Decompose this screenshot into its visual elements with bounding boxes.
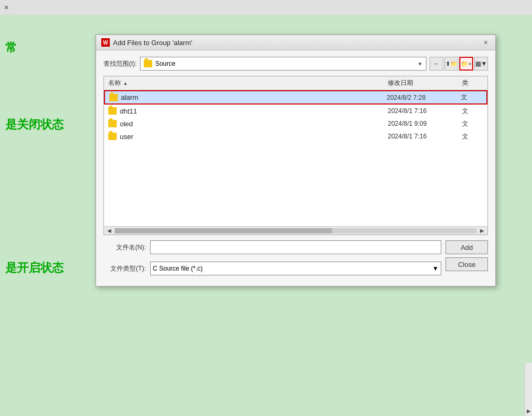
dialog-app-icon: W xyxy=(101,38,110,47)
file-date-dht11: 2024/8/1 7:16 xyxy=(388,107,462,115)
dialog-close-button[interactable]: × xyxy=(482,38,490,47)
folder-icon-user xyxy=(108,133,117,140)
hscroll-thumb[interactable] xyxy=(115,228,332,233)
bg-text-chang: 常 xyxy=(5,40,17,56)
up-button[interactable]: ⬆📁 xyxy=(444,57,458,71)
file-list-container: 名称 ▲ 修改日期 类 alarm 2024/8/2 7:28 文 dht11 xyxy=(103,76,488,235)
file-name-dht11: dht11 xyxy=(120,107,388,115)
dialog-titlebar: W Add Files to Group 'alarm' × xyxy=(96,35,495,50)
close-dialog-button[interactable]: Close xyxy=(446,257,488,271)
file-name-user: user xyxy=(120,133,388,141)
dialog-title: Add Files to Group 'alarm' xyxy=(113,39,192,47)
folder-icon-alarm xyxy=(109,94,118,101)
bg-text-closed: 是关闭状态 xyxy=(5,117,64,133)
add-files-dialog: W Add Files to Group 'alarm' × 查找范围(I): … xyxy=(95,34,496,287)
location-label: 查找范围(I): xyxy=(103,59,137,68)
filename-input[interactable] xyxy=(150,240,441,254)
location-value: Source xyxy=(155,60,414,67)
file-name-alarm: alarm xyxy=(121,93,387,101)
file-date-user: 2024/8/1 7:16 xyxy=(388,133,462,140)
file-list-header: 名称 ▲ 修改日期 类 xyxy=(104,76,487,90)
view-button[interactable]: ▦▼ xyxy=(474,57,488,71)
filename-label: 文件名(N): xyxy=(103,243,146,252)
vscroll-indicator: ▶ xyxy=(527,408,531,414)
filetype-row: 文件类型(T): C Source file (*.c) ▼ xyxy=(103,262,441,275)
filetype-dropdown-arrow: ▼ xyxy=(432,265,439,272)
filename-row: 文件名(N): xyxy=(103,240,441,254)
view-icon: ▦▼ xyxy=(475,60,487,67)
hscroll-right-arrow[interactable]: ▶ xyxy=(478,228,486,233)
file-type-alarm: 文 xyxy=(461,93,482,102)
filetype-select[interactable]: C Source file (*.c) ▼ xyxy=(150,262,441,275)
filetype-label: 文件类型(T): xyxy=(103,264,146,273)
file-type-dht11: 文 xyxy=(462,107,483,116)
col-name-header: 名称 ▲ xyxy=(108,79,388,88)
new-folder-button[interactable]: 📁+ xyxy=(459,57,473,71)
add-button[interactable]: Add xyxy=(446,240,488,254)
horizontal-scrollbar[interactable]: ◀ ▶ xyxy=(104,226,487,235)
file-type-oled: 文 xyxy=(462,119,483,128)
action-buttons: Add Close xyxy=(446,240,488,271)
back-icon: ← xyxy=(433,60,440,67)
location-row: 查找范围(I): Source ▼ ← ⬆📁 📁+ ▦▼ xyxy=(103,57,488,71)
folder-icon-oled xyxy=(108,120,117,127)
bg-close-button[interactable]: × xyxy=(4,3,8,12)
file-date-alarm: 2024/8/2 7:28 xyxy=(387,94,461,101)
file-list-body[interactable]: alarm 2024/8/2 7:28 文 dht11 2024/8/1 7:1… xyxy=(104,90,487,226)
file-row-user[interactable]: user 2024/8/1 7:16 文 xyxy=(104,130,487,143)
folder-icon-dht11 xyxy=(108,107,117,115)
col-date-header: 修改日期 xyxy=(388,79,462,88)
location-folder-icon xyxy=(144,60,152,67)
location-dropdown-arrow: ▼ xyxy=(417,61,423,67)
up-folder-icon: ⬆📁 xyxy=(446,60,458,67)
bottom-fields: 文件名(N): 文件类型(T): C Source file (*.c) ▼ xyxy=(103,240,441,280)
bottom-form-row: 文件名(N): 文件类型(T): C Source file (*.c) ▼ A… xyxy=(103,240,488,280)
dialog-title-area: W Add Files to Group 'alarm' xyxy=(101,38,192,47)
toolbar-buttons: ← ⬆📁 📁+ ▦▼ xyxy=(430,57,488,71)
file-row-dht11[interactable]: dht11 2024/8/1 7:16 文 xyxy=(104,105,487,117)
hscroll-track[interactable] xyxy=(115,228,477,233)
new-folder-icon: 📁+ xyxy=(461,60,472,67)
background-titlebar: × xyxy=(0,0,532,15)
right-scrollbar[interactable]: ▶ xyxy=(525,363,532,416)
col-type-header: 类 xyxy=(462,79,483,88)
dialog-body: 查找范围(I): Source ▼ ← ⬆📁 📁+ ▦▼ xyxy=(96,50,495,286)
back-button[interactable]: ← xyxy=(430,57,443,71)
file-row-oled[interactable]: oled 2024/8/1 9:09 文 xyxy=(104,117,487,130)
location-dropdown[interactable]: Source ▼ xyxy=(140,57,426,71)
file-date-oled: 2024/8/1 9:09 xyxy=(388,120,462,127)
file-row-alarm[interactable]: alarm 2024/8/2 7:28 文 xyxy=(104,90,487,105)
file-type-user: 文 xyxy=(462,132,483,141)
filetype-value: C Source file (*.c) xyxy=(153,265,203,272)
hscroll-left-arrow[interactable]: ◀ xyxy=(105,228,114,233)
file-name-oled: oled xyxy=(120,120,388,128)
bg-text-open: 是开启状态 xyxy=(5,260,64,276)
sort-arrow: ▲ xyxy=(123,81,128,86)
